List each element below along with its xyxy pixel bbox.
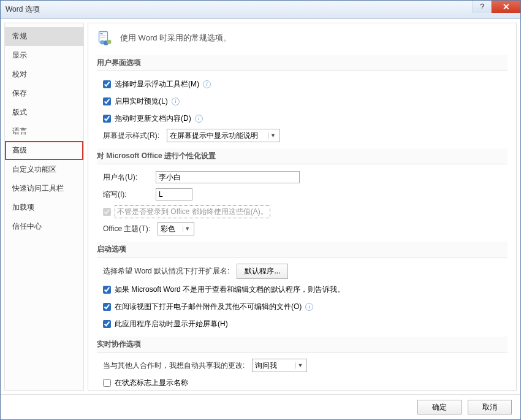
checkbox-always-use-values[interactable] <box>103 208 111 216</box>
combo-office-theme[interactable]: 彩色 ▼ <box>158 222 194 235</box>
sidebar-item-proofing[interactable]: 校对 <box>5 65 83 84</box>
sidebar-item-layout[interactable]: 版式 <box>5 103 83 122</box>
sidebar-item-language[interactable]: 语言 <box>5 122 83 141</box>
options-dialog: Word 选项 ? ✕ 常规 显示 校对 保存 版式 语言 高级 自定义功能区 … <box>0 0 521 420</box>
section-personalize-title: 对 Microsoft Office 进行个性化设置 <box>97 148 508 164</box>
dialog-body: 常规 显示 校对 保存 版式 语言 高级 自定义功能区 快速访问工具栏 加载项 … <box>1 19 520 394</box>
sidebar-item-display[interactable]: 显示 <box>5 46 83 65</box>
label-mini-toolbar: 选择时显示浮动工具栏(M) <box>115 79 199 90</box>
svg-rect-1 <box>100 33 102 34</box>
content-header-text: 使用 Word 时采用的常规选项。 <box>120 32 231 44</box>
section-personalize: 对 Microsoft Office 进行个性化设置 用户名(U): 缩写(I)… <box>97 148 508 235</box>
info-icon[interactable]: i <box>203 80 211 88</box>
sidebar-item-quick-access[interactable]: 快速访问工具栏 <box>5 179 83 198</box>
checkbox-update-drag[interactable] <box>103 115 111 123</box>
label-update-drag: 拖动时更新文档内容(D) <box>115 113 191 124</box>
sidebar-item-customize-ribbon[interactable]: 自定义功能区 <box>5 160 83 179</box>
content-panel: 使用 Word 时采用的常规选项。 用户界面选项 选择时显示浮动工具栏(M) i… <box>88 23 517 391</box>
dialog-footer: 确定 取消 <box>1 394 520 419</box>
input-initials[interactable] <box>156 188 192 200</box>
section-collab: 实时协作选项 当与其他人合作时，我想自动共享我的更改: 询问我 ▼ 在状态标志上… <box>97 337 508 389</box>
label-live-preview: 启用实时预览(L) <box>115 96 168 107</box>
sidebar-item-general[interactable]: 常规 <box>5 27 83 46</box>
checkbox-show-start-screen[interactable] <box>103 320 111 328</box>
label-default-ext: 选择希望 Word 默认情况下打开扩展名: <box>103 266 229 277</box>
label-always-use-values: 不管是否登录到 Office 都始终使用这些值(A)。 <box>115 205 270 218</box>
checkbox-show-names-status[interactable] <box>103 379 111 387</box>
label-share-changes: 当与其他人合作时，我想自动共享我的更改: <box>103 361 245 371</box>
section-ui-title: 用户界面选项 <box>97 55 508 71</box>
svg-rect-2 <box>100 36 105 36</box>
window-controls: ? ✕ <box>473 1 520 13</box>
sidebar-item-save[interactable]: 保存 <box>5 84 83 103</box>
label-office-theme: Office 主题(T): <box>103 224 150 234</box>
chevron-down-icon: ▼ <box>295 362 304 368</box>
section-ui-options: 用户界面选项 选择时显示浮动工具栏(M) i 启用实时预览(L) i 拖动 <box>97 55 508 142</box>
help-button[interactable]: ? <box>473 1 491 13</box>
label-screentip-style: 屏幕提示样式(R): <box>103 131 159 141</box>
combo-share-changes[interactable]: 询问我 ▼ <box>252 359 307 372</box>
chevron-down-icon: ▼ <box>268 132 277 139</box>
button-default-programs[interactable]: 默认程序... <box>237 264 288 279</box>
label-show-start-screen: 此应用程序启动时显示开始屏幕(H) <box>115 319 228 329</box>
window-title: Word 选项 <box>6 4 40 15</box>
label-initials: 缩写(I): <box>103 189 152 200</box>
combo-screentip-style[interactable]: 在屏幕提示中显示功能说明 ▼ <box>167 129 280 142</box>
label-username: 用户名(U): <box>103 172 152 183</box>
section-startup-title: 启动选项 <box>97 242 508 258</box>
general-options-icon <box>97 29 114 47</box>
close-button[interactable]: ✕ <box>491 1 520 13</box>
checkbox-default-program-tell[interactable] <box>103 286 111 294</box>
sidebar-item-advanced[interactable]: 高级 <box>5 141 83 160</box>
label-reading-view-attachments: 在阅读视图下打开电子邮件附件及其他不可编辑的文件(O) <box>115 302 302 312</box>
sidebar-item-trust-center[interactable]: 信任中心 <box>5 217 83 236</box>
checkbox-mini-toolbar[interactable] <box>103 80 111 88</box>
content-header: 使用 Word 时采用的常规选项。 <box>97 29 508 47</box>
ok-button[interactable]: 确定 <box>417 400 462 414</box>
section-startup: 启动选项 选择希望 Word 默认情况下打开扩展名: 默认程序... 如果 Mi… <box>97 242 508 330</box>
info-icon[interactable]: i <box>195 115 203 123</box>
sidebar-item-addins[interactable]: 加载项 <box>5 198 83 217</box>
category-sidebar: 常规 显示 校对 保存 版式 语言 高级 自定义功能区 快速访问工具栏 加载项 … <box>4 23 84 391</box>
chevron-down-icon: ▼ <box>183 226 191 232</box>
checkbox-reading-view-attachments[interactable] <box>103 303 111 311</box>
input-username[interactable] <box>156 171 300 183</box>
info-icon[interactable]: i <box>172 97 180 105</box>
svg-point-6 <box>107 40 112 44</box>
titlebar: Word 选项 ? ✕ <box>1 1 520 19</box>
info-icon[interactable]: i <box>305 303 313 311</box>
cancel-button[interactable]: 取消 <box>468 400 512 414</box>
svg-rect-3 <box>100 37 105 37</box>
label-default-program-tell: 如果 Microsoft Word 不是用于查看和编辑文档的默认程序，则告诉我。 <box>115 284 344 295</box>
checkbox-live-preview[interactable] <box>103 97 111 105</box>
section-collab-title: 实时协作选项 <box>97 337 508 353</box>
label-show-names-status: 在状态标志上显示名称 <box>115 378 188 388</box>
